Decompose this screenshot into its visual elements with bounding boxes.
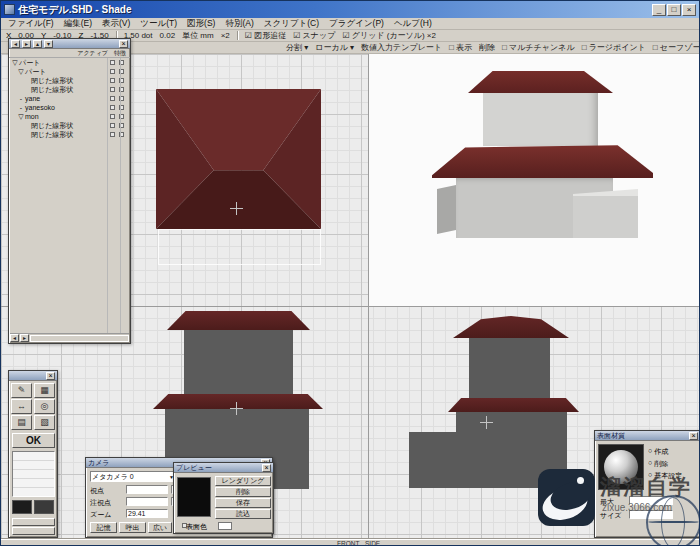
load-render-button[interactable]: 読込 bbox=[215, 509, 271, 519]
tree-item[interactable]: 閉じた線形状 bbox=[9, 85, 130, 94]
maximize-button[interactable]: □ bbox=[667, 4, 681, 16]
toggle-shape-follow[interactable]: ☑ 図形追従 bbox=[245, 30, 286, 41]
toolbar-separator bbox=[237, 31, 238, 40]
ok-button[interactable]: OK bbox=[12, 433, 55, 448]
tree-expander-icon[interactable]: ▽ bbox=[11, 59, 19, 67]
tree-expander-icon[interactable]: ▽ bbox=[17, 113, 25, 121]
memory-thumbnail[interactable] bbox=[34, 500, 54, 514]
preview-close-icon[interactable]: × bbox=[262, 464, 271, 472]
toolbox-extra-button[interactable] bbox=[12, 527, 55, 535]
active-checkbox[interactable] bbox=[110, 60, 115, 65]
menu-item-help[interactable]: ヘルプ(H) bbox=[389, 18, 437, 30]
memory-button[interactable]: 記憶 bbox=[90, 522, 117, 533]
close-button[interactable]: × bbox=[682, 4, 696, 16]
move-icon[interactable]: ↔ bbox=[11, 399, 32, 414]
active-checkbox[interactable] bbox=[110, 69, 115, 74]
tree-item-label: 閉じた線形状 bbox=[31, 85, 73, 95]
menu-item-plugin[interactable]: プラグイン(P) bbox=[324, 18, 389, 30]
expand-icon[interactable]: ▾ bbox=[44, 40, 53, 48]
surface-color-label: 表面色 bbox=[186, 522, 207, 532]
preview-panel-title: プレビュー bbox=[176, 463, 212, 473]
tree-item[interactable]: - yane bbox=[9, 94, 130, 103]
grid-icon[interactable]: ▦ bbox=[34, 383, 55, 398]
collapse-icon[interactable]: ▴ bbox=[33, 40, 42, 48]
front-roof-upper bbox=[167, 311, 310, 330]
column-divider bbox=[120, 58, 121, 334]
title-bar[interactable]: 住宅モデル.SHD - Shade _ □ × bbox=[1, 1, 699, 18]
preview-titlebar[interactable]: プレビュー × bbox=[174, 463, 273, 473]
active-checkbox[interactable] bbox=[110, 87, 115, 92]
material-titlebar[interactable]: 表面材質 × bbox=[595, 431, 700, 441]
material-close-icon[interactable]: × bbox=[689, 432, 698, 440]
delete-render-button[interactable]: 削除 bbox=[215, 487, 271, 497]
unit-label: 単位 mm bbox=[182, 30, 214, 41]
menu-item-edit[interactable]: 編集(E) bbox=[59, 18, 97, 30]
browser-titlebar[interactable]: ◂ ▸ ▴ ▾ × bbox=[9, 39, 130, 49]
active-checkbox[interactable] bbox=[110, 96, 115, 101]
local-dropdown[interactable]: ローカル ▾ bbox=[315, 42, 354, 53]
column-divider bbox=[107, 58, 108, 334]
camera-select[interactable]: メタカメラ 0 ▼ bbox=[90, 471, 176, 482]
recall-button[interactable]: 呼出 bbox=[119, 522, 146, 533]
tree-item[interactable]: 閉じた線形状 bbox=[9, 130, 130, 139]
menu-item-shape[interactable]: 図形(S) bbox=[182, 18, 220, 30]
zoom-icon[interactable]: ◎ bbox=[34, 399, 55, 414]
tree-item-label: yane bbox=[25, 95, 40, 102]
step-value[interactable]: 0.02 bbox=[160, 31, 176, 40]
active-checkbox[interactable] bbox=[110, 78, 115, 83]
show-toggle[interactable]: □ 表示 bbox=[449, 42, 472, 53]
tree-expander-icon[interactable]: ▽ bbox=[17, 68, 25, 76]
viewport-divider-vertical[interactable] bbox=[368, 54, 369, 538]
menu-item-file[interactable]: ファイル(F) bbox=[3, 18, 59, 30]
menu-item-script[interactable]: スクリプト(C) bbox=[259, 18, 324, 30]
preview-thumbnail[interactable] bbox=[177, 477, 211, 517]
active-checkbox[interactable] bbox=[110, 123, 115, 128]
active-checkbox[interactable] bbox=[110, 132, 115, 137]
split-dropdown[interactable]: 分割 ▾ bbox=[286, 42, 308, 53]
viewpoint-label: 視点 bbox=[90, 486, 104, 496]
toggle-snap[interactable]: ☑ スナップ bbox=[293, 30, 335, 41]
delete-button[interactable]: 削除 bbox=[479, 42, 495, 53]
menu-item-view[interactable]: 表示(V) bbox=[97, 18, 135, 30]
globe-equator bbox=[648, 521, 699, 523]
surface-color-swatch[interactable] bbox=[218, 522, 232, 530]
largepoint-toggle[interactable]: □ ラージポイント bbox=[582, 42, 646, 53]
material-option-create[interactable]: ○作成 bbox=[648, 447, 668, 457]
active-checkbox[interactable] bbox=[110, 114, 115, 119]
minimize-button[interactable]: _ bbox=[652, 4, 666, 16]
erase-icon[interactable]: ▧ bbox=[34, 415, 55, 430]
save-render-button[interactable]: 保存 bbox=[215, 498, 271, 508]
radio-icon: ○ bbox=[648, 447, 652, 457]
tool-list[interactable] bbox=[12, 451, 55, 497]
multichannel-toggle[interactable]: □ マルチチャンネル bbox=[502, 42, 575, 53]
target-field[interactable] bbox=[126, 497, 168, 506]
toolbox-close-icon[interactable]: × bbox=[46, 372, 55, 380]
scale-value[interactable]: ×2 bbox=[221, 31, 230, 40]
toolbox-titlebar[interactable]: × bbox=[9, 371, 57, 381]
hscroll-right-icon[interactable]: ▸ bbox=[20, 334, 29, 342]
hscroll-track[interactable] bbox=[30, 335, 129, 342]
tree-expander-icon[interactable]: - bbox=[17, 95, 25, 102]
browser-hscrollbar[interactable]: ◂ ▸ bbox=[10, 333, 129, 342]
pencil-icon[interactable]: ✎ bbox=[11, 383, 32, 398]
numeric-input-template-button[interactable]: 数値入力テンプレート bbox=[361, 42, 442, 53]
menu-item-special[interactable]: 特別(A) bbox=[220, 18, 258, 30]
zoom-field[interactable]: 29.41 bbox=[126, 509, 168, 518]
material-option-delete[interactable]: ○削除 bbox=[648, 459, 668, 469]
safezone-toggle[interactable]: □ セーフゾーン bbox=[653, 42, 700, 53]
scroll-left-icon[interactable]: ◂ bbox=[11, 40, 20, 48]
toolbox-extra-button[interactable] bbox=[12, 518, 55, 526]
scroll-right-icon[interactable]: ▸ bbox=[22, 40, 31, 48]
menu-item-tools[interactable]: ツール(T) bbox=[135, 18, 182, 30]
browser-close-icon[interactable]: × bbox=[119, 40, 128, 48]
hscroll-left-icon[interactable]: ◂ bbox=[10, 334, 19, 342]
viewpoint-field[interactable] bbox=[126, 485, 168, 494]
toggle-grid-cursor[interactable]: ☑ グリッド (カーソル) ×2 bbox=[342, 30, 436, 41]
tree-expander-icon[interactable]: - bbox=[17, 104, 25, 111]
copy-icon[interactable]: ▤ bbox=[11, 415, 32, 430]
tree-item[interactable]: - yanesoko bbox=[9, 103, 130, 112]
wide-button[interactable]: 広い bbox=[148, 522, 172, 533]
memory-thumbnail[interactable] bbox=[12, 500, 32, 514]
render-button[interactable]: レンダリング bbox=[215, 476, 271, 486]
active-checkbox[interactable] bbox=[110, 105, 115, 110]
